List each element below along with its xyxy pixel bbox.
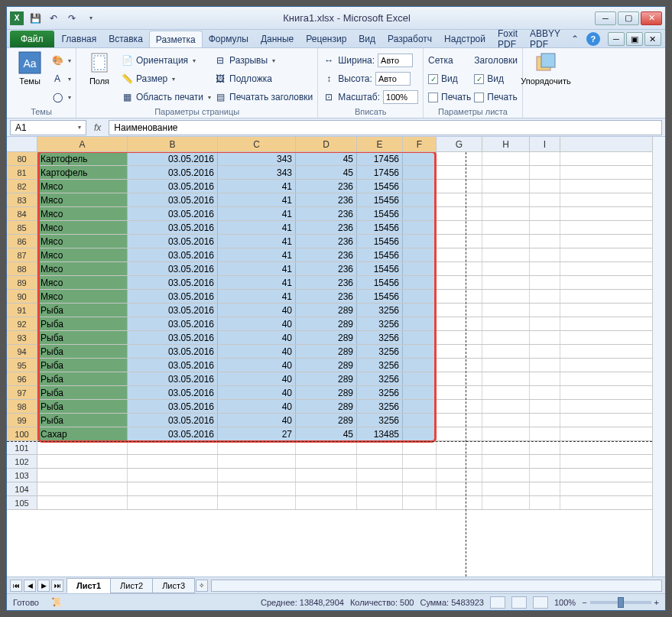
cell-I88[interactable] [530, 262, 560, 275]
cell-B87[interactable]: 03.05.2016 [128, 248, 218, 261]
formula-input[interactable] [109, 120, 662, 135]
cell-E82[interactable]: 15456 [357, 180, 403, 193]
cell-A80[interactable]: Картофель [37, 152, 128, 165]
cell-G99[interactable] [437, 414, 482, 427]
cell-E97[interactable]: 3256 [357, 386, 403, 399]
column-header-H[interactable]: H [482, 137, 530, 151]
cell-G97[interactable] [437, 386, 482, 399]
cell-A84[interactable]: Мясо [37, 207, 128, 220]
cell-G102[interactable] [437, 455, 482, 468]
cell-E94[interactable]: 3256 [357, 345, 403, 358]
cell-H83[interactable] [482, 193, 530, 206]
cell-E101[interactable] [357, 441, 403, 454]
tab-разработч[interactable]: Разработч [381, 31, 438, 47]
cell-E98[interactable]: 3256 [357, 400, 403, 413]
cell-B80[interactable]: 03.05.2016 [128, 152, 218, 165]
print-area-button[interactable]: ▦Область печати▾ [121, 89, 211, 106]
sheet-nav-last[interactable]: ⏭ [51, 580, 63, 592]
fx-icon[interactable]: fx [89, 122, 106, 133]
cell-E83[interactable]: 15456 [357, 193, 403, 206]
cell-A97[interactable]: Рыба [37, 386, 128, 399]
cell-G95[interactable] [437, 359, 482, 372]
cell-F88[interactable] [403, 262, 437, 275]
tab-вид[interactable]: Вид [352, 31, 381, 47]
cell-E96[interactable]: 3256 [357, 372, 403, 385]
sheet-nav-prev[interactable]: ◀ [24, 580, 36, 592]
cell-D102[interactable] [296, 455, 357, 468]
cell-D94[interactable]: 289 [296, 345, 357, 358]
cell-G91[interactable] [437, 304, 482, 317]
cell-C93[interactable]: 40 [218, 331, 296, 344]
cell-H91[interactable] [482, 304, 530, 317]
row-header[interactable]: 81 [7, 166, 37, 179]
cell-A94[interactable]: Рыба [37, 345, 128, 358]
cell-E105[interactable] [357, 496, 403, 509]
row-header[interactable]: 99 [7, 414, 37, 427]
cell-C87[interactable]: 41 [218, 248, 296, 261]
cell-B83[interactable]: 03.05.2016 [128, 193, 218, 206]
cell-D103[interactable] [296, 469, 357, 482]
cell-F81[interactable] [403, 166, 437, 179]
sheet-tab-Лист1[interactable]: Лист1 [67, 578, 111, 593]
row-header[interactable]: 95 [7, 359, 37, 372]
cell-D91[interactable]: 289 [296, 304, 357, 317]
save-icon[interactable]: 💾 [27, 10, 44, 27]
cell-C102[interactable] [218, 455, 296, 468]
cell-C98[interactable]: 40 [218, 400, 296, 413]
cell-G90[interactable] [437, 290, 482, 303]
cell-I100[interactable] [530, 427, 560, 440]
cell-A85[interactable]: Мясо [37, 221, 128, 234]
cell-D87[interactable]: 236 [296, 248, 357, 261]
cell-G92[interactable] [437, 317, 482, 330]
cell-A83[interactable]: Мясо [37, 193, 128, 206]
cell-F102[interactable] [403, 455, 437, 468]
cell-G88[interactable] [437, 262, 482, 275]
cell-A87[interactable]: Мясо [37, 248, 128, 261]
cell-D80[interactable]: 45 [296, 152, 357, 165]
cell-E95[interactable]: 3256 [357, 359, 403, 372]
tab-надстрой[interactable]: Надстрой [438, 31, 492, 47]
minimize-button[interactable]: ─ [595, 11, 616, 25]
cell-D98[interactable]: 289 [296, 400, 357, 413]
cell-E100[interactable]: 13485 [357, 427, 403, 440]
row-header[interactable]: 91 [7, 304, 37, 317]
row-header[interactable]: 85 [7, 221, 37, 234]
cell-F85[interactable] [403, 221, 437, 234]
cell-I93[interactable] [530, 331, 560, 344]
column-header-C[interactable]: C [218, 137, 296, 151]
cell-G85[interactable] [437, 221, 482, 234]
cell-C86[interactable]: 41 [218, 235, 296, 248]
cell-F82[interactable] [403, 180, 437, 193]
fit-scale-input[interactable] [383, 90, 418, 104]
cell-F100[interactable] [403, 427, 437, 440]
tab-данные[interactable]: Данные [255, 31, 300, 47]
cell-H92[interactable] [482, 317, 530, 330]
cell-C80[interactable]: 343 [218, 152, 296, 165]
cell-D81[interactable]: 45 [296, 166, 357, 179]
cell-F96[interactable] [403, 372, 437, 385]
cell-H105[interactable] [482, 496, 530, 509]
tab-рецензир[interactable]: Рецензир [300, 31, 352, 47]
cell-D82[interactable]: 236 [296, 180, 357, 193]
cell-I86[interactable] [530, 235, 560, 248]
cell-E86[interactable]: 15456 [357, 235, 403, 248]
cell-A82[interactable]: Мясо [37, 180, 128, 193]
cell-F95[interactable] [403, 359, 437, 372]
cell-E81[interactable]: 17456 [357, 166, 403, 179]
cell-E87[interactable]: 15456 [357, 248, 403, 261]
cell-I97[interactable] [530, 386, 560, 399]
cell-H82[interactable] [482, 180, 530, 193]
column-header-G[interactable]: G [437, 137, 482, 151]
cell-A96[interactable]: Рыба [37, 372, 128, 385]
row-header[interactable]: 80 [7, 152, 37, 165]
column-header-F[interactable]: F [403, 137, 437, 151]
column-header-I[interactable]: I [530, 137, 560, 151]
zoom-slider[interactable]: − + [582, 598, 659, 607]
cell-A93[interactable]: Рыба [37, 331, 128, 344]
row-header[interactable]: 101 [7, 441, 37, 454]
cell-F94[interactable] [403, 345, 437, 358]
row-header[interactable]: 97 [7, 386, 37, 399]
cell-B86[interactable]: 03.05.2016 [128, 235, 218, 248]
cell-A91[interactable]: Рыба [37, 304, 128, 317]
tab-foxit pdf[interactable]: Foxit PDF [492, 31, 524, 47]
